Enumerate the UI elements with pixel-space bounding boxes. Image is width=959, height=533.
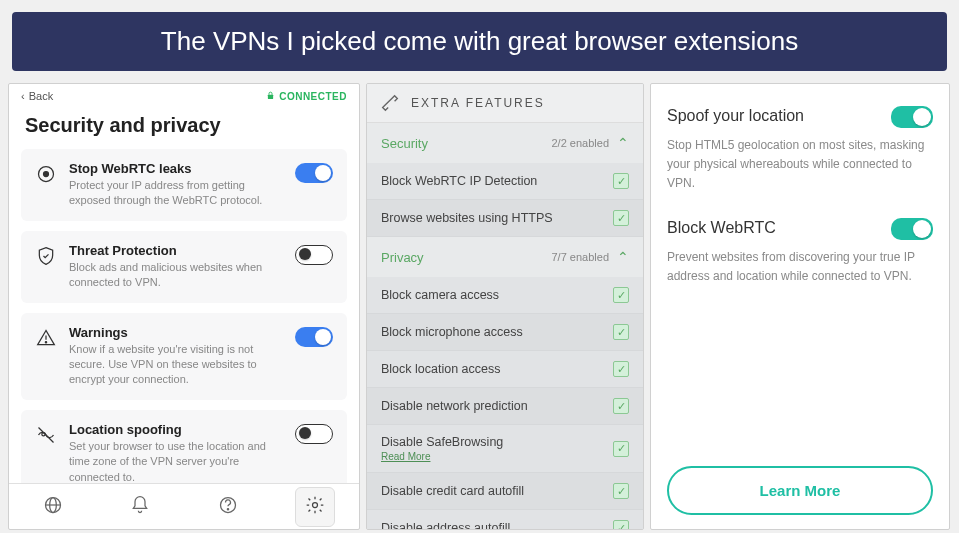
item-desc: Prevent websites from discovering your t…: [667, 248, 933, 286]
card-title: Threat Protection: [69, 243, 283, 258]
svg-point-11: [227, 508, 228, 509]
toggle-location[interactable]: [295, 424, 333, 444]
chevron-up-icon: ⌃: [617, 249, 629, 265]
card-desc: Protect your IP address from getting exp…: [69, 178, 283, 209]
chevron-up-icon: ⌃: [617, 135, 629, 151]
checkbox[interactable]: ✓: [613, 361, 629, 377]
option-row[interactable]: Disable SafeBrowsingRead More ✓: [367, 425, 643, 473]
section-head-privacy[interactable]: Privacy 7/7 enabled ⌃: [367, 237, 643, 277]
card-title: Stop WebRTC leaks: [69, 161, 283, 176]
option-label: Block camera access: [381, 288, 499, 302]
card-content: Location spoofing Set your browser to us…: [69, 422, 283, 483]
item-header: Spoof your location: [667, 104, 933, 128]
check-icon: ✓: [617, 212, 626, 225]
nav-globe[interactable]: [33, 487, 73, 527]
panels-container: ‹ Back CONNECTED Security and privacy St…: [0, 83, 959, 533]
panel1-topbar: ‹ Back CONNECTED: [9, 84, 359, 106]
check-icon: ✓: [617, 442, 626, 455]
checkbox[interactable]: ✓: [613, 287, 629, 303]
card-title: Warnings: [69, 325, 283, 340]
toggle-shield[interactable]: [295, 245, 333, 265]
setting-card-location: Location spoofing Set your browser to us…: [21, 410, 347, 483]
check-icon: ✓: [617, 400, 626, 413]
option-label: Disable SafeBrowsing: [381, 435, 503, 449]
location-icon: [35, 424, 57, 446]
option-row[interactable]: Block microphone access ✓: [367, 314, 643, 351]
svg-point-2: [44, 172, 49, 177]
toggle-switch[interactable]: [891, 106, 933, 128]
item-title: Block WebRTC: [667, 219, 776, 237]
status-text: CONNECTED: [279, 91, 347, 102]
option-label: Disable credit card autofill: [381, 484, 524, 498]
option-label-wrap: Disable credit card autofill: [381, 484, 524, 498]
connection-status: CONNECTED: [266, 91, 347, 102]
extra-features-panel: EXTRA FEATURES Security 2/2 enabled ⌃ Bl…: [366, 83, 644, 530]
option-label: Block location access: [381, 362, 501, 376]
check-icon: ✓: [617, 175, 626, 188]
check-icon: ✓: [617, 363, 626, 376]
svg-point-12: [313, 502, 318, 507]
caption-banner: The VPNs I picked come with great browse…: [12, 12, 947, 71]
checkbox[interactable]: ✓: [613, 441, 629, 457]
nav-help[interactable]: [208, 487, 248, 527]
spacer: [667, 308, 933, 466]
card-content: Threat Protection Block ads and maliciou…: [69, 243, 283, 291]
card-desc: Know if a website you're visiting is not…: [69, 342, 283, 388]
panel2-title: EXTRA FEATURES: [411, 96, 545, 110]
option-label-wrap: Disable address autofill: [381, 521, 510, 530]
option-label-wrap: Disable SafeBrowsingRead More: [381, 435, 503, 462]
item-title: Spoof your location: [667, 107, 804, 125]
warning-icon: [35, 327, 57, 349]
checkbox[interactable]: ✓: [613, 324, 629, 340]
sections-container: Security 2/2 enabled ⌃ Block WebRTC IP D…: [367, 123, 643, 530]
checkbox[interactable]: ✓: [613, 520, 629, 530]
settings-icon: [305, 495, 325, 519]
option-row[interactable]: Browse websites using HTTPS ✓: [367, 200, 643, 237]
card-title: Location spoofing: [69, 422, 283, 437]
option-row[interactable]: Block WebRTC IP Detection ✓: [367, 163, 643, 200]
check-icon: ✓: [617, 289, 626, 302]
option-row[interactable]: Block camera access ✓: [367, 277, 643, 314]
section-label: Security: [381, 136, 428, 151]
checkbox[interactable]: ✓: [613, 398, 629, 414]
option-label: Disable network prediction: [381, 399, 528, 413]
back-button[interactable]: ‹ Back: [21, 90, 53, 102]
option-row[interactable]: Disable address autofill ✓: [367, 510, 643, 530]
toggle-switch[interactable]: [891, 218, 933, 240]
privacy-toggles-panel: Spoof your location Stop HTML5 geolocati…: [650, 83, 950, 530]
checkbox[interactable]: ✓: [613, 210, 629, 226]
shield-icon: [35, 245, 57, 267]
section-label: Privacy: [381, 250, 424, 265]
webrtc-icon: [35, 163, 57, 185]
learn-more-button[interactable]: Learn More: [667, 466, 933, 515]
globe-icon: [43, 495, 63, 519]
section-head-security[interactable]: Security 2/2 enabled ⌃: [367, 123, 643, 163]
svg-line-6: [39, 427, 54, 442]
option-label: Browse websites using HTTPS: [381, 211, 553, 225]
privacy-item: Spoof your location Stop HTML5 geolocati…: [667, 104, 933, 194]
settings-list: Stop WebRTC leaks Protect your IP addres…: [9, 149, 359, 483]
checkbox[interactable]: ✓: [613, 483, 629, 499]
check-icon: ✓: [617, 326, 626, 339]
option-label-wrap: Block WebRTC IP Detection: [381, 174, 537, 188]
read-more-link[interactable]: Read More: [381, 451, 503, 462]
nav-bell[interactable]: [120, 487, 160, 527]
setting-card-webrtc: Stop WebRTC leaks Protect your IP addres…: [21, 149, 347, 221]
panel3-items: Spoof your location Stop HTML5 geolocati…: [667, 104, 933, 308]
nav-settings[interactable]: [295, 487, 335, 527]
toggle-webrtc[interactable]: [295, 163, 333, 183]
chevron-left-icon: ‹: [21, 90, 25, 102]
option-label-wrap: Browse websites using HTTPS: [381, 211, 553, 225]
wrench-icon: [379, 92, 401, 114]
option-row[interactable]: Disable credit card autofill ✓: [367, 473, 643, 510]
checkbox[interactable]: ✓: [613, 173, 629, 189]
section-status: 2/2 enabled ⌃: [552, 135, 630, 151]
setting-card-warning: Warnings Know if a website you're visiti…: [21, 313, 347, 400]
toggle-warning[interactable]: [295, 327, 333, 347]
option-label: Block microphone access: [381, 325, 523, 339]
option-row[interactable]: Disable network prediction ✓: [367, 388, 643, 425]
svg-point-4: [45, 341, 46, 342]
setting-card-shield: Threat Protection Block ads and maliciou…: [21, 231, 347, 303]
option-label-wrap: Block camera access: [381, 288, 499, 302]
option-row[interactable]: Block location access ✓: [367, 351, 643, 388]
